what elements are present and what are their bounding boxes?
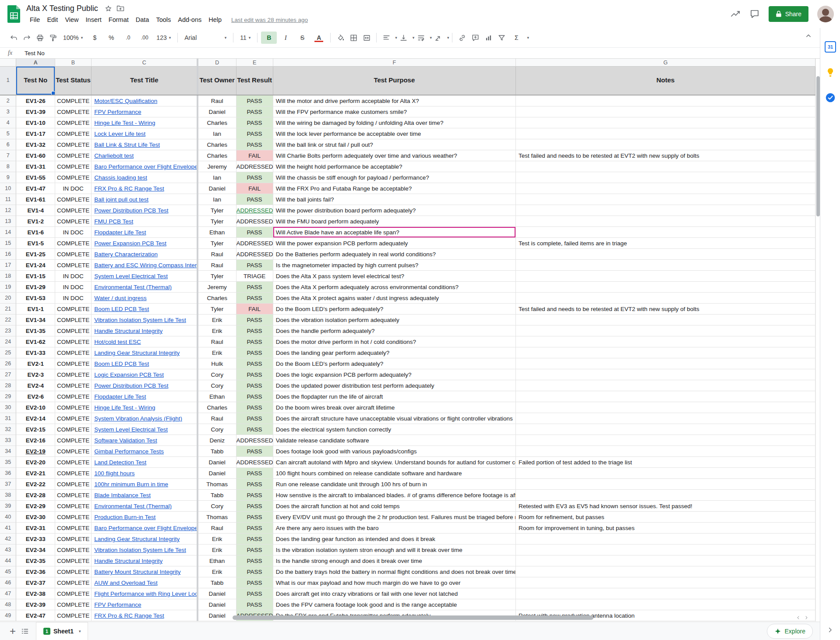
cell-notes[interactable] [516,293,815,304]
cell-test-owner[interactable]: Cory [198,501,236,512]
test-title-link[interactable]: AUW and Overload Test [94,580,158,586]
cell-test-title[interactable]: Ball Link & Strut Life Test [92,139,197,150]
formula-input[interactable]: Test No [25,50,45,57]
cell-test-no[interactable]: EV2-30 [16,512,55,523]
cell-notes[interactable] [516,413,815,424]
cell-test-owner[interactable]: Tyler [198,205,236,216]
filter-icon[interactable] [495,32,508,44]
cell-test-title[interactable]: Water / dust ingress [92,293,197,304]
cell-test-title[interactable]: Vibration Isolation System Life Test [92,315,197,325]
cell-notes[interactable] [516,424,815,435]
cell-test-result[interactable]: PASS [236,117,273,128]
row-number[interactable]: 42 [0,534,16,545]
cell-test-result[interactable]: PASS [236,446,273,457]
cell-test-title[interactable]: Hot/cold test ESC [92,336,197,347]
row-number[interactable]: 29 [0,391,16,402]
cell-notes[interactable]: Retested with EV3 as EV5 had known senso… [516,501,815,512]
cell-test-status[interactable]: COMPLETE [55,194,92,205]
cell-test-owner[interactable]: Raul [198,260,236,271]
cell-test-status[interactable]: COMPLETE [55,391,92,402]
cell-test-purpose-header[interactable]: Test Purpose [273,67,516,95]
cell-test-owner[interactable]: Daniel [198,468,236,479]
cell-notes[interactable] [516,545,815,555]
cell-test-status[interactable]: COMPLETE [55,523,92,534]
test-title-link[interactable]: Ball Link & Strut Life Test [94,141,160,148]
cell-test-result[interactable]: PASS [236,128,273,139]
cell-test-no[interactable]: EV1-15 [16,271,55,282]
cell-test-status[interactable]: COMPLETE [55,402,92,413]
cell-notes[interactable] [516,205,815,216]
cell-test-result[interactable]: TRIAGE [236,271,273,282]
cell-test-status[interactable]: COMPLETE [55,468,92,479]
cell-test-status[interactable]: COMPLETE [55,117,92,128]
cell-test-owner[interactable]: Ethan [198,555,236,566]
cell-test-title[interactable]: Baro Performance over Flight Envelope [92,523,197,534]
cell-test-title[interactable]: Boom LED PCB Test [92,358,197,369]
cell-test-owner[interactable]: Tyler [198,216,236,227]
cell-notes[interactable] [516,172,815,183]
scroll-left-icon[interactable] [795,614,802,621]
cell-test-result[interactable]: PASS [236,347,273,358]
cell-test-result[interactable]: ADDRESSED [236,238,273,249]
keep-icon[interactable] [825,67,836,78]
cell-notes[interactable] [516,161,815,172]
cell-notes[interactable] [516,194,815,205]
cell-test-result[interactable]: PASS [236,566,273,577]
cell-notes[interactable] [516,358,815,369]
cell-notes[interactable] [516,336,815,347]
cell-test-purpose[interactable]: Will the motor and drive perform accepta… [273,95,516,106]
cell-test-purpose[interactable]: Do the boom wires break over aircraft li… [273,402,516,413]
row-number[interactable]: 14 [0,227,16,238]
row-number[interactable]: 41 [0,523,16,534]
cell-test-result[interactable]: PASS [236,293,273,304]
cell-test-owner[interactable]: Jeremy [198,161,236,172]
cell-test-owner[interactable]: Thomas [198,512,236,523]
cell-notes-header[interactable]: Notes [516,67,815,95]
test-title-link[interactable]: FPV Performance [94,109,141,115]
cell-test-result[interactable]: PASS [236,523,273,534]
cell-test-result[interactable]: PASS [236,227,273,238]
cell-test-title[interactable]: 100 flight hours [92,468,197,479]
test-title-link[interactable]: Gimbal Performance Tests [94,448,164,455]
cell-test-result[interactable]: PASS [236,599,273,610]
cell-notes[interactable] [516,577,815,588]
cell-test-result[interactable]: PASS [236,545,273,555]
cell-test-purpose[interactable]: Does the vibration isolation perform ade… [273,315,516,325]
row-number[interactable]: 31 [0,413,16,424]
cell-test-owner[interactable]: Cory [198,424,236,435]
cell-test-result[interactable]: FAIL [236,183,273,194]
test-title-link[interactable]: Hot/cold test ESC [94,339,141,345]
cell-test-title[interactable]: Landing Gear Structural Integrity [92,347,197,358]
test-title-link[interactable]: Power Distribution PCB Test [94,207,168,214]
cell-test-no[interactable]: EV1-26 [16,95,55,106]
cell-notes[interactable] [516,435,815,446]
test-title-link[interactable]: FRX Pro & RC Range Test [94,185,164,192]
cell-test-status[interactable]: COMPLETE [55,238,92,249]
cell-test-purpose[interactable]: Will the height hold performance be acce… [273,161,516,172]
cell-test-title[interactable]: FRX Pro & RC Range Test [92,610,197,621]
test-title-link[interactable]: Boom LED PCB Test [94,361,149,367]
cell-test-result[interactable]: PASS [236,194,273,205]
cell-test-status[interactable]: COMPLETE [55,249,92,260]
row-number[interactable]: 28 [0,380,16,391]
cell-test-no[interactable]: EV1-25 [16,249,55,260]
cell-test-purpose[interactable]: Does the Alta X perform adequately acros… [273,282,516,293]
cell-test-result[interactable]: PASS [236,139,273,150]
row-number[interactable]: 24 [0,336,16,347]
horizontal-align-icon[interactable] [380,32,392,44]
row-number[interactable]: 32 [0,424,16,435]
cell-test-status[interactable]: COMPLETE [55,347,92,358]
cell-test-purpose[interactable]: Does the logic expansion PCB perform ade… [273,369,516,380]
cell-test-result[interactable]: PASS [236,577,273,588]
cell-test-no[interactable]: EV2-19 [16,446,55,457]
cell-test-purpose[interactable]: Does the Alta X protect agains water / d… [273,293,516,304]
test-title-link[interactable]: Blade Imbalance Test [94,492,151,499]
row-number[interactable]: 23 [0,325,16,336]
cell-test-status[interactable]: COMPLETE [55,315,92,325]
column-header-e[interactable]: E [236,59,273,67]
test-title-link[interactable]: System Level Electrical Test [94,426,168,433]
test-title-link[interactable]: Ball joint pull out test [94,196,148,203]
test-title-link[interactable]: Logic Expansion PCB Test [94,371,164,378]
cell-test-owner[interactable]: Cory [198,380,236,391]
cell-test-no[interactable]: EV2-20 [16,457,55,468]
